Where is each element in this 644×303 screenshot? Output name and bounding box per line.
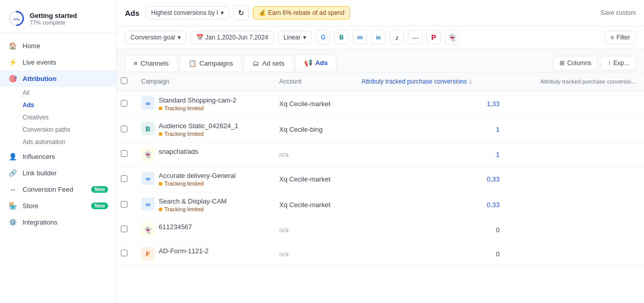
filter-button[interactable]: ≡ Filter <box>605 31 636 44</box>
campaign-platform-icon: ∞ <box>141 96 155 110</box>
row-checkbox-cell <box>117 218 133 242</box>
integrations-icon: ⚙️ <box>8 217 17 227</box>
dropdown-arrow-icon: ▾ <box>221 9 224 16</box>
attrib2-value <box>508 218 644 242</box>
account-cell: n/a <box>271 242 353 266</box>
sidebar-sub-item-conversion-paths[interactable]: Conversion paths <box>0 124 116 136</box>
tab-ad-sets[interactable]: 🗂 Ad sets <box>244 55 293 71</box>
highest-conversions-button[interactable]: Highest conversions by I ▾ <box>145 6 229 19</box>
export-button[interactable]: ↑ Exp... <box>601 56 636 70</box>
campaign-platform-icon: F <box>141 247 155 260</box>
attrib1-value: 1 <box>353 117 508 143</box>
row-checkbox[interactable] <box>121 201 127 208</box>
attrib1-value: 0,33 <box>353 192 508 218</box>
row-checkbox[interactable] <box>121 175 127 182</box>
conversion-goal-label: Conversion goal <box>131 34 175 41</box>
sort-down-icon: ↓ <box>469 78 472 85</box>
attrib2-value <box>508 167 644 192</box>
tab-campaigns[interactable]: 📋 Campaigns <box>180 55 242 71</box>
sidebar-item-link-builder[interactable]: 🔗 Link builder <box>0 165 116 181</box>
filter-icon: ≡ <box>610 34 614 41</box>
channel-pinterest[interactable]: P <box>426 30 441 45</box>
sidebar-sub-item-all[interactable]: All <box>0 87 116 99</box>
row-checkbox[interactable] <box>121 100 127 107</box>
date-range-button[interactable]: 📅 Jan 1,2020-Jun 7,2024 <box>190 31 274 44</box>
row-checkbox[interactable] <box>121 126 127 132</box>
sidebar-item-label: Attribution <box>23 75 56 83</box>
account-cell: Xq Cecile-market <box>271 167 353 192</box>
sidebar-sub-label: Ads <box>23 102 34 109</box>
channel-google[interactable]: G <box>316 30 330 45</box>
sidebar-item-label: Store <box>23 202 38 210</box>
table-row: F AD-Form-1121-2 n/a 0 <box>117 242 644 266</box>
row-checkbox-cell <box>117 117 133 143</box>
sidebar-item-home[interactable]: 🏠 Home <box>0 37 116 54</box>
save-custom-button[interactable]: Save custom <box>600 9 636 16</box>
refresh-button[interactable]: ↻ <box>233 5 249 21</box>
row-checkbox[interactable] <box>121 150 127 157</box>
attribution-model-button[interactable]: Linear ▾ <box>278 31 312 44</box>
sidebar: 77% Getting started 77% complete 🏠 Home … <box>0 0 117 303</box>
conversion-goal-button[interactable]: Conversion goal ▾ <box>125 31 186 44</box>
campaign-name: AD-Form-1121-2 <box>159 247 209 255</box>
account-cell: Xq Cecile-market <box>271 91 353 117</box>
channel-bing[interactable]: B <box>334 30 349 45</box>
sidebar-item-integrations[interactable]: ⚙️ Integrations <box>0 214 116 230</box>
select-all-checkbox[interactable] <box>121 77 127 84</box>
attribution-model-label: Linear <box>284 34 300 41</box>
earn-rebate-button[interactable]: 💰 Earn 6% rebate of ad spend <box>253 6 350 19</box>
new-badge: New <box>91 203 108 209</box>
tracking-dot <box>159 182 162 186</box>
campaign-platform-icon: ∞ <box>141 197 155 211</box>
header-attrib1[interactable]: Attribuly tracked purchase conversions ↓ <box>353 72 508 91</box>
channel-snapchat[interactable]: 👻 <box>445 30 459 45</box>
channel-meta[interactable]: ∞ <box>353 30 367 45</box>
date-range-label: 📅 Jan 1,2020-Jun 7,2024 <box>196 34 268 41</box>
export-icon: ↑ <box>608 59 611 67</box>
campaign-platform-icon: 👻 <box>141 148 155 161</box>
sidebar-item-label: Link builder <box>23 169 57 177</box>
sidebar-sub-item-creatives[interactable]: Creatives <box>0 111 116 124</box>
sidebar-item-label: Integrations <box>23 218 57 226</box>
attrib1-value: 0,33 <box>353 167 508 192</box>
tracking-badge: Tracking limited <box>159 180 235 187</box>
campaign-cell: 👻 611234567 <box>133 218 271 242</box>
campaign-platform-icon: ∞ <box>141 172 155 185</box>
row-checkbox-cell <box>117 167 133 192</box>
account-cell: n/a <box>271 218 353 242</box>
row-checkbox[interactable] <box>121 250 127 256</box>
highest-conversions-label: Highest conversions by I <box>151 9 218 16</box>
sidebar-item-conversion-feed[interactable]: ↔️ Conversion Feed New <box>0 181 116 197</box>
sidebar-item-influencers[interactable]: 👤 Influencers <box>0 148 116 165</box>
columns-button[interactable]: ⊞ Columns <box>553 56 598 70</box>
campaign-name: Search & Display-CAM <box>159 197 227 205</box>
channel-other[interactable]: — <box>408 30 422 45</box>
account-cell: Xq Cecile-bing <box>271 117 353 143</box>
channel-linkedin[interactable]: in <box>371 30 385 45</box>
campaign-cell: 👻 snapchat/ads <box>133 143 271 167</box>
campaign-name: Accurate delivery-General <box>159 172 235 179</box>
sidebar-item-live-events[interactable]: ⚡ Live events <box>0 54 116 70</box>
attrib1-value: 1,33 <box>353 91 508 117</box>
sidebar-item-store[interactable]: 🏪 Store New <box>0 197 116 214</box>
channel-tiktok[interactable]: ♪ <box>390 30 404 45</box>
tab-channels[interactable]: ≡ Channels <box>125 55 178 71</box>
campaigns-tab-icon: 📋 <box>188 59 197 67</box>
attrib1-value: 0 <box>353 242 508 266</box>
row-checkbox-cell <box>117 242 133 266</box>
sidebar-sub-label: All <box>23 89 29 96</box>
sidebar-item-label: Live events <box>23 58 56 66</box>
sidebar-item-attribution[interactable]: 🎯 Attribution <box>0 70 116 87</box>
live-events-icon: ⚡ <box>8 57 17 67</box>
campaign-cell: ∞ Standard Shopping-cam-2 Tracking limit… <box>133 91 271 117</box>
row-checkbox[interactable] <box>121 226 127 232</box>
header-attrib2: Attribuly tracked purchase conversio... <box>508 72 644 91</box>
row-checkbox-cell <box>117 91 133 117</box>
table-body: ∞ Standard Shopping-cam-2 Tracking limit… <box>117 91 644 266</box>
svg-text:77%: 77% <box>13 17 20 21</box>
tab-ads[interactable]: 📢 Ads <box>295 54 337 72</box>
sidebar-sub-item-ads-automation[interactable]: Ads automation <box>0 136 116 148</box>
sidebar-sub-item-ads[interactable]: Ads <box>0 99 116 111</box>
tab-label: Campaigns <box>200 59 233 67</box>
campaign-platform-icon: 👻 <box>141 223 155 236</box>
